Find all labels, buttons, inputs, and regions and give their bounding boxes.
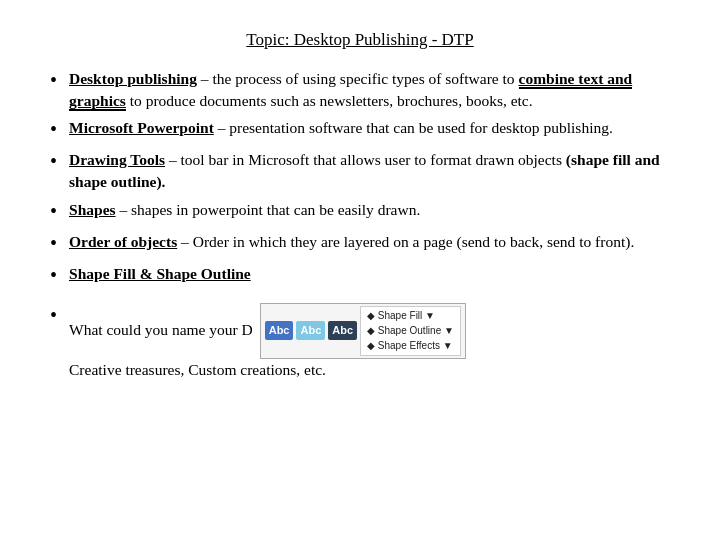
bullet-text: Order of objects – Order in which they a… [69,231,670,253]
bullet-text: Desktop publishing – the process of usin… [69,68,670,111]
bullet-rest: – the process of using specific types of… [197,70,519,87]
last-bullet-text-before: What could you name your D [69,320,253,337]
term-shapes: Shapes [69,201,116,218]
bullet-rest: – presentation software that can be used… [214,119,613,136]
last-bullet-text: What could you name your D Abc Abc Abc ◆… [69,303,670,381]
list-item: • Shape Fill & Shape Outline [50,263,670,289]
last-bullet-second-line: Creative treasures, Custom creations, et… [69,361,326,378]
abc-box-3: Abc [328,321,357,340]
slide-container: Topic: Desktop Publishing - DTP • Deskto… [50,30,670,386]
shape-effects-menu-item: ◆ Shape Effects ▼ [367,339,454,353]
list-item: • Order of objects – Order in which they… [50,231,670,257]
bullet-rest: – shapes in powerpoint that can be easil… [116,201,421,218]
bullet-dot: • [50,197,57,225]
bullet-text: Drawing Tools – tool bar in Microsoft th… [69,149,670,192]
shape-outline-menu-item: ◆ Shape Outline ▼ [367,324,454,338]
content-area: • Desktop publishing – the process of us… [50,68,670,386]
last-bullet-item: • What could you name your D Abc Abc Abc… [50,303,670,381]
list-item: • Shapes – shapes in powerpoint that can… [50,199,670,225]
term-shape-fill-outline: Shape Fill & Shape Outline [69,265,251,282]
bullet-text: Shapes – shapes in powerpoint that can b… [69,199,670,221]
term-order-of-objects: Order of objects [69,233,177,250]
term-desktop-publishing: Desktop publishing [69,70,197,87]
abc-box-1: Abc [265,321,294,340]
shape-fill-menu-item: ◆ Shape Fill ▼ [367,309,454,323]
bullet-dot: • [50,229,57,257]
bullet-list: • Desktop publishing – the process of us… [50,68,670,295]
term-microsoft-powerpoint: Microsoft Powerpoint [69,119,214,136]
list-item: • Desktop publishing – the process of us… [50,68,670,111]
toolbar-menu: ◆ Shape Fill ▼ ◆ Shape Outline ▼ ◆ Shape… [360,306,461,356]
list-item: • Microsoft Powerpoint – presentation so… [50,117,670,143]
bullet-dot: • [50,261,57,289]
bullet-rest: – Order in which they are layered on a p… [177,233,634,250]
slide-title: Topic: Desktop Publishing - DTP [50,30,670,50]
abc-box-2: Abc [296,321,325,340]
bullet-dot: • [50,66,57,94]
toolbar-image: Abc Abc Abc ◆ Shape Fill ▼ ◆ Shape Outli… [260,303,466,359]
bullet-dot: • [50,301,57,329]
bullet-text: Shape Fill & Shape Outline [69,263,670,285]
term-drawing-tools: Drawing Tools [69,151,165,168]
bullet-dot: • [50,115,57,143]
bullet-text: Microsoft Powerpoint – presentation soft… [69,117,670,139]
list-item: • Drawing Tools – tool bar in Microsoft … [50,149,670,192]
bullet-rest: – tool bar in Microsoft that allows user… [165,151,566,168]
bullet-rest2: to produce documents such as newsletters… [126,92,533,109]
bullet-dot: • [50,147,57,175]
